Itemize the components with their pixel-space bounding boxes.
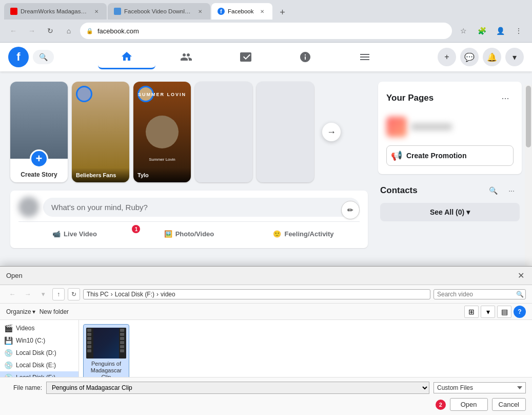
live-video-button[interactable]: 📹 Live Video xyxy=(18,226,131,242)
nav-menu[interactable] xyxy=(336,45,393,69)
search-input[interactable] xyxy=(437,291,514,298)
fb-search-bar[interactable]: 🔍 xyxy=(33,50,54,64)
see-all-button[interactable]: See All (0) ▾ xyxy=(380,203,520,221)
friends-icon xyxy=(180,51,192,63)
search-submit-icon[interactable]: 🔍 xyxy=(516,291,524,298)
story-placeholder-1[interactable] xyxy=(195,82,252,182)
photo-video-button[interactable]: 🖼️ Photo/Video xyxy=(133,226,245,242)
forward-button[interactable]: → xyxy=(25,24,39,38)
bookmark-button[interactable]: ☆ xyxy=(456,24,470,38)
sidebar-local-e-label: Local Disk (E:) xyxy=(16,362,56,369)
tab-1[interactable]: DreamWorks Madagascar | Nort... ✕ xyxy=(4,3,107,20)
your-pages-more-btn[interactable]: ··· xyxy=(497,90,514,106)
fb-logo[interactable]: f xyxy=(8,47,29,67)
story-card-1[interactable]: Beliebers Fans xyxy=(72,82,129,182)
scrollbar-thumb[interactable] xyxy=(526,86,531,147)
tab-2-favicon xyxy=(114,8,121,15)
dialog-action-row: 2 Open Cancel xyxy=(6,398,526,411)
sidebar-videos[interactable]: 🎬 Videos xyxy=(0,322,78,334)
open-button[interactable]: Open xyxy=(450,398,488,411)
settings-button[interactable]: ⋮ xyxy=(511,24,526,38)
new-tab-button[interactable]: + xyxy=(275,5,290,20)
contacts-more-btn[interactable]: ··· xyxy=(503,182,520,199)
sidebar-local-e[interactable]: 💿 Local Disk (E:) xyxy=(0,359,78,371)
dialog-back-button[interactable]: ← xyxy=(6,288,18,300)
address-bar: ← → ↻ ⌂ 🔒 facebook.com ☆ 🧩 👤 ⋮ xyxy=(0,20,532,42)
refresh-button[interactable]: ↻ xyxy=(43,24,57,38)
breadcrumb-local-disk: Local Disk (F:) xyxy=(115,291,154,298)
dialog-dropdown-button[interactable]: ▾ xyxy=(37,288,49,300)
fb-navbar: f 🔍 + 💬 🔔 ▾ xyxy=(0,43,532,71)
home-button[interactable]: ⌂ xyxy=(62,24,76,38)
contacts-search-btn[interactable]: 🔍 xyxy=(485,182,501,199)
breadcrumb-sep-1: › xyxy=(111,291,113,298)
edit-post-button[interactable]: ✏ xyxy=(341,201,360,219)
story-2-main-avatar xyxy=(146,116,179,148)
story-card-2[interactable]: SUMMER LOVIN Summer Lovin Tylo xyxy=(133,82,191,182)
create-story-card[interactable]: + Create Story xyxy=(10,82,68,182)
page-avatar xyxy=(386,117,407,137)
tab-1-close[interactable]: ✕ xyxy=(92,7,101,15)
dialog-up-button[interactable]: ↑ xyxy=(52,288,65,300)
search-bar[interactable]: 🔍 xyxy=(434,289,526,299)
stories-row: + Create Story Beliebers Fans xyxy=(10,82,368,182)
back-button[interactable]: ← xyxy=(6,24,21,38)
fb-messenger-button[interactable]: 💬 xyxy=(460,48,479,66)
tab-3-close[interactable]: ✕ xyxy=(258,7,266,15)
film-hole-3 xyxy=(87,337,91,340)
cancel-button[interactable]: Cancel xyxy=(492,398,526,411)
photo-video-icon: 🖼️ xyxy=(164,230,172,238)
your-pages-title: Your Pages xyxy=(386,93,434,103)
url-bar[interactable]: 🔒 facebook.com xyxy=(80,23,452,39)
dialog-bottom-bar: File name: Penguins of Madagascar Clip C… xyxy=(0,377,532,415)
create-promotion-label: Create Promotion xyxy=(406,152,466,160)
filetype-select[interactable]: Custom Files All Files xyxy=(434,382,526,393)
create-promotion-button[interactable]: 📢 Create Promotion xyxy=(386,145,514,166)
organize-button[interactable]: Organize ▾ xyxy=(6,308,35,315)
win10-c-icon: 💾 xyxy=(4,336,13,345)
story-placeholder-2[interactable] xyxy=(257,82,314,182)
dialog-content: Penguins of Madagascar Clip xyxy=(79,320,532,377)
tab-2[interactable]: Facebook Video Downloader On... ✕ xyxy=(108,3,210,20)
extensions-button[interactable]: 🧩 xyxy=(475,24,489,38)
videos-icon: 🎬 xyxy=(4,324,13,332)
dialog-body: 🎬 Videos 💾 Win10 (C:) 💿 Local Disk (D:) … xyxy=(0,320,532,377)
feeling-button[interactable]: 🙂 Feeling/Activity xyxy=(247,226,360,242)
lock-icon: 🔒 xyxy=(86,28,93,34)
tab-2-close[interactable]: ✕ xyxy=(196,7,204,15)
dialog-close-button[interactable]: ✕ xyxy=(516,271,526,281)
nav-friends[interactable] xyxy=(157,45,215,69)
breadcrumb-bar[interactable]: This PC › Local Disk (F:) › video xyxy=(83,289,430,299)
file-item-penguins[interactable]: Penguins of Madagascar Clip xyxy=(83,324,129,377)
fb-add-button[interactable]: + xyxy=(438,48,456,66)
contacts-actions: 🔍 ··· xyxy=(485,182,520,199)
fb-account-button[interactable]: ▾ xyxy=(505,48,524,66)
view-list-button[interactable]: ▤ xyxy=(497,306,511,318)
url-text: facebook.com xyxy=(97,27,446,35)
film-hole-1 xyxy=(87,329,91,332)
organize-label: Organize xyxy=(6,308,31,315)
film-hole-5 xyxy=(87,345,91,348)
page-name xyxy=(411,123,452,130)
dialog-refresh-button[interactable]: ↻ xyxy=(68,288,80,300)
dialog-forward-button[interactable]: → xyxy=(22,288,34,300)
live-video-icon: 📹 xyxy=(52,230,61,238)
stories-next-button[interactable]: → xyxy=(322,123,341,141)
new-folder-button[interactable]: New folder xyxy=(40,308,69,315)
view-dropdown-button[interactable]: ▾ xyxy=(481,306,495,318)
sidebar-win10-c[interactable]: 💾 Win10 (C:) xyxy=(0,334,78,347)
film-hole-6 xyxy=(87,349,91,352)
profile-button[interactable]: 👤 xyxy=(493,24,507,38)
post-input[interactable]: What's on your mind, Ruby? xyxy=(43,198,360,217)
nav-marketplace[interactable] xyxy=(277,45,334,69)
fb-notifications-button[interactable]: 🔔 xyxy=(483,48,501,66)
sidebar-local-d[interactable]: 💿 Local Disk (D:) xyxy=(0,347,78,359)
nav-watch[interactable] xyxy=(217,45,274,69)
sidebar-local-f[interactable]: 💿 Local Disk (F:) xyxy=(0,371,78,377)
edit-icon: ✏ xyxy=(347,206,353,214)
tab-3[interactable]: f Facebook ✕ xyxy=(211,3,272,20)
help-button[interactable]: ? xyxy=(514,306,526,318)
view-grid-button[interactable]: ⊞ xyxy=(464,306,479,318)
filename-input-select[interactable]: Penguins of Madagascar Clip xyxy=(46,382,429,394)
nav-home[interactable] xyxy=(98,45,155,69)
